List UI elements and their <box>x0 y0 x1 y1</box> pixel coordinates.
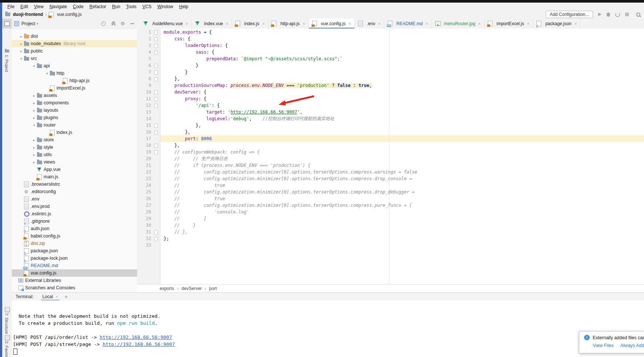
terminal-console[interactable]: Note that the development build is not o… <box>12 300 644 357</box>
editor-tab-README.md[interactable]: MDREADME.md× <box>384 18 432 28</box>
tree-row-utils[interactable]: ▸utils <box>12 151 137 158</box>
stripe-label-favorites[interactable]: 2: Favorites <box>4 341 9 357</box>
new-terminal-icon[interactable]: + <box>65 294 68 300</box>
close-icon[interactable]: × <box>226 21 228 26</box>
code-hyperlink[interactable]: http://192.168.66.56:9007 <box>231 110 297 115</box>
tree-row-public[interactable]: ▸public <box>12 47 137 55</box>
breadcrumb-exports[interactable]: exports <box>160 286 174 291</box>
notification-action-always-add[interactable]: Always Add <box>620 343 644 348</box>
fold-marker[interactable] <box>154 237 158 241</box>
menu-vcs[interactable]: VCS <box>139 3 154 10</box>
close-icon[interactable]: × <box>348 21 351 26</box>
tree-chevron-icon[interactable]: ▸ <box>31 101 37 105</box>
editor-tab-AsideMenu.vue[interactable]: AsideMenu.vue× <box>140 18 192 28</box>
menu-view[interactable]: View <box>31 3 47 10</box>
tree-row-http[interactable]: ▾http <box>12 70 137 77</box>
locate-file-icon[interactable] <box>101 21 106 26</box>
fold-marker[interactable] <box>154 30 158 35</box>
menu-edit[interactable]: Edit <box>17 3 31 10</box>
editor-tab-http-api.js[interactable]: JShttp-api.js× <box>268 18 309 28</box>
close-icon[interactable]: × <box>378 21 380 26</box>
tree-row-http-api.js[interactable]: JShttp-api.js <box>12 77 137 84</box>
notification-action-view-files[interactable]: View Files <box>593 343 614 348</box>
menu-run[interactable]: Run <box>109 3 123 10</box>
tree-row-main.js[interactable]: JSmain.js <box>12 173 137 181</box>
search-everywhere-icon[interactable] <box>636 13 640 17</box>
tree-row-.env[interactable]: .env <box>12 195 137 203</box>
breadcrumb-port[interactable]: port <box>209 286 217 291</box>
debug-icon[interactable] <box>607 13 610 17</box>
fold-marker[interactable] <box>154 104 158 108</box>
tree-row-dist[interactable]: ▸dist <box>12 33 137 40</box>
tree-row-api[interactable]: ▾api <box>12 62 137 70</box>
fold-marker[interactable] <box>154 50 158 55</box>
fold-marker[interactable] <box>154 144 158 148</box>
tree-row-store[interactable]: ▸store <box>12 136 137 144</box>
breadcrumb-devServer[interactable]: devServer <box>181 286 202 291</box>
run-icon[interactable] <box>598 13 602 16</box>
breadcrumb-project[interactable]: duoji-frontend <box>13 12 43 17</box>
tree-row-components[interactable]: ▸components <box>12 99 137 107</box>
menu-window[interactable]: Window <box>154 3 176 10</box>
tree-row-src[interactable]: ▾src <box>12 55 137 62</box>
fold-marker[interactable] <box>154 64 158 68</box>
tree-row-babel.config.js[interactable]: JSbabel.config.js <box>12 232 137 240</box>
tree-row-package.json[interactable]: {}package.json <box>12 247 137 255</box>
fold-marker[interactable] <box>154 130 158 135</box>
tree-row-vue.config.js[interactable]: JSvue.config.js <box>12 269 137 277</box>
tree-row-router[interactable]: ▾router <box>12 121 137 129</box>
tree-chevron-icon[interactable]: ▸ <box>18 34 24 38</box>
breadcrumb-file[interactable]: vue.config.js <box>57 12 82 17</box>
terminal-link[interactable]: http://192.168.66.56:9007 <box>100 334 172 340</box>
fold-marker[interactable] <box>154 77 158 81</box>
tree-row-.eslintrc.js[interactable]: .eslintrc.js <box>12 210 137 218</box>
terminal-tab-local[interactable]: Local × <box>41 293 59 301</box>
menu-help[interactable]: Help <box>176 3 191 10</box>
hide-panel-icon[interactable] <box>130 23 134 24</box>
menu-tools[interactable]: Tools <box>123 3 139 10</box>
tree-row-auth.json[interactable]: {}auth.json <box>12 225 137 232</box>
tree-row-.editorconfig[interactable]: ⚙.editorconfig <box>12 188 137 195</box>
stripe-label-project[interactable]: 1: Project <box>4 55 9 72</box>
tree-row-dist.zip[interactable]: dist.zip <box>12 240 137 247</box>
tree-row-App.vue[interactable]: App.vue <box>12 166 137 173</box>
tree-row-importExcel.js[interactable]: JSimportExcel.js <box>12 84 137 92</box>
tree-row-assets[interactable]: ▸assets <box>12 92 137 99</box>
tree-chevron-icon[interactable]: ▾ <box>31 64 37 68</box>
menu-file[interactable]: File <box>4 3 17 10</box>
update-icon[interactable] <box>615 12 620 17</box>
fold-marker[interactable] <box>154 150 158 155</box>
chevron-down-icon[interactable]: ▾ <box>37 22 38 26</box>
fold-marker[interactable] <box>154 44 158 48</box>
tree-row-layouts[interactable]: ▸layouts <box>12 107 137 114</box>
tree-row-package-lock.json[interactable]: {}package-lock.json <box>12 255 137 262</box>
fold-marker[interactable] <box>154 97 158 101</box>
close-icon[interactable]: × <box>262 21 265 26</box>
tree-chevron-icon[interactable]: ▸ <box>18 49 24 53</box>
fold-marker[interactable] <box>154 37 158 41</box>
close-icon[interactable]: × <box>303 21 305 26</box>
close-icon[interactable]: × <box>186 21 188 26</box>
tree-row-.gitignore[interactable]: ⊘.gitignore <box>12 218 137 225</box>
editor-tab-menuRouter.jpg[interactable]: menuRouter.jpg× <box>432 18 484 28</box>
close-icon[interactable]: × <box>575 21 577 26</box>
editor-tab-package.json[interactable]: {}package.json× <box>533 18 580 28</box>
tree-chevron-icon[interactable]: ▸ <box>31 138 37 142</box>
terminal-link[interactable]: http://192.168.66.56:9007 <box>103 341 175 347</box>
tree-chevron-icon[interactable]: ▾ <box>18 57 24 61</box>
project-stripe-button[interactable] <box>2 18 12 28</box>
editor-tab-.env[interactable]: .env× <box>355 18 384 28</box>
tree-row-README.md[interactable]: MDREADME.md <box>12 262 137 269</box>
tree-chevron-icon[interactable]: ▸ <box>31 160 37 164</box>
stop-icon[interactable] <box>625 13 629 16</box>
tree-row-.browserslistrc[interactable]: .browserslistrc <box>12 181 137 188</box>
tree-row-views[interactable]: ▸views <box>12 158 137 166</box>
tree-chevron-icon[interactable]: ▸ <box>31 108 37 112</box>
close-icon[interactable]: × <box>426 21 428 26</box>
stripe-label-structure[interactable]: 7: Structure <box>4 313 9 334</box>
tree-chevron-icon[interactable]: ▾ <box>31 123 37 127</box>
tree-chevron-icon[interactable]: ▾ <box>44 71 50 75</box>
tree-row-Scratches-and-Consoles[interactable]: Scratches and Consoles <box>12 284 137 292</box>
fold-marker[interactable] <box>154 230 158 235</box>
code-editor[interactable]: 1234567891011121314151617181920212223242… <box>137 28 644 284</box>
